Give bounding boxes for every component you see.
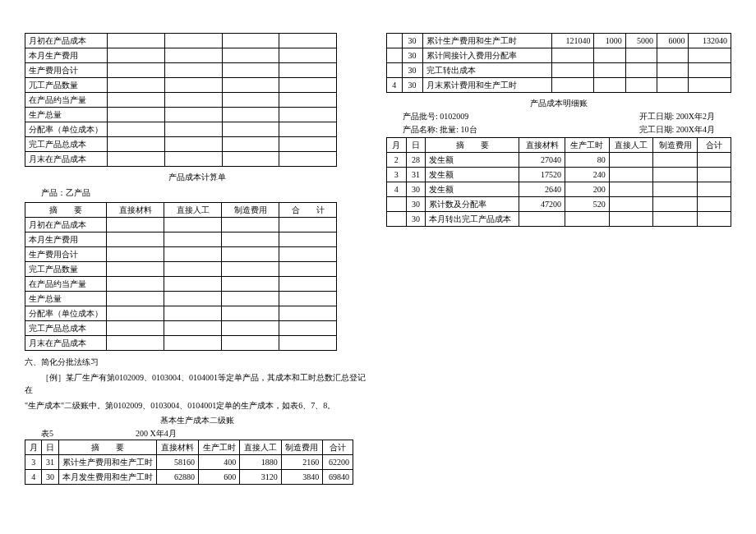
cell-hrs (594, 48, 625, 63)
cell-month (387, 63, 403, 78)
cell-mfg (653, 182, 698, 197)
col-header: 生产工时 (565, 138, 610, 153)
cell-tot: 69840 (323, 470, 353, 485)
cell-mfg (653, 168, 698, 182)
col-header: 日 (42, 440, 58, 455)
cell-hrs (565, 212, 610, 227)
col-header: 生产工时 (198, 440, 239, 455)
cell-month (387, 197, 407, 212)
cell-hrs: 600 (198, 470, 239, 485)
col-header: 合 计 (279, 203, 337, 218)
cell-mat: 27040 (519, 153, 565, 168)
name-label: 产品名称: 批量: 10台 (403, 124, 477, 136)
cell-tot (689, 48, 731, 63)
cell-tot: 62200 (323, 455, 353, 470)
cell-mfg (653, 153, 698, 168)
cell-lab (609, 153, 653, 168)
cell-mfg (653, 212, 698, 227)
row-label: 完工产品数量 (25, 262, 107, 277)
cell-month: 2 (387, 153, 407, 168)
cell-month: 4 (25, 470, 42, 485)
row-label: 完工产品总成本 (25, 321, 107, 336)
cell-month: 4 (387, 182, 407, 197)
col-header: 制造费用 (653, 138, 698, 153)
cell-mat (551, 78, 594, 93)
cell-desc: 累计间接计入费用分配率 (422, 48, 551, 63)
col-header: 摘 要 (25, 203, 107, 218)
row-label: 月末在产品成本 (25, 152, 108, 167)
row-label: 生产费用合计 (25, 63, 108, 78)
cell-month: 3 (387, 168, 407, 182)
cell-lab (609, 212, 653, 227)
cell-day: 30 (42, 470, 58, 485)
table5-label: 表5 (41, 428, 53, 440)
cell-mfg (657, 63, 689, 78)
row-label: 月初在产品成本 (25, 218, 107, 232)
cell-mfg (657, 78, 689, 93)
detail-table: 月日摘 要直接材料生产工时直接人工制造费用合计 228发生额2704080331… (386, 137, 731, 227)
cell-hrs: 400 (198, 455, 239, 470)
row-label: 生产总量 (25, 108, 108, 122)
cell-day: 30 (406, 212, 426, 227)
cell-desc: 累计数及分配率 (426, 197, 519, 212)
cell-hrs: 80 (565, 153, 610, 168)
col-header: 直接人工 (240, 440, 281, 455)
cell-tot (689, 63, 731, 78)
cell-day: 28 (406, 153, 426, 168)
cell-hrs (594, 63, 625, 78)
row-label: 兀工产品数量 (25, 78, 108, 93)
cell-day: 30 (402, 78, 422, 93)
row-label: 分配率（单位成本） (25, 122, 108, 137)
cell-hrs: 520 (565, 197, 610, 212)
calc-table: 摘 要直接材料直接人工制造费用合 计 月初在产品成本本月生产费用生产费用合计完工… (25, 202, 337, 351)
col-header: 直接材料 (107, 203, 164, 218)
cell-mat: 17520 (519, 168, 565, 182)
cell-lab (625, 63, 657, 78)
cell-mat: 121040 (551, 34, 594, 48)
col-header: 月 (25, 440, 42, 455)
col-header: 直接材料 (519, 138, 565, 153)
cell-month: 3 (25, 455, 42, 470)
cell-day: 31 (406, 168, 426, 182)
ledger-table: 月日摘 要直接材料生产工时直接人工制造费用合计 331累计生产费用和生产工时58… (25, 440, 353, 485)
cell-month: 4 (387, 78, 403, 93)
cell-tot (698, 212, 731, 227)
cell-day: 31 (42, 455, 58, 470)
cell-mat: 47200 (519, 197, 565, 212)
cell-hrs: 200 (565, 182, 610, 197)
start-label: 开工日期: 200X年2月 (639, 111, 716, 122)
top-continuation-table: 30累计生产费用和生产工时12104010005000600013204030累… (386, 33, 731, 93)
cell-mfg: 6000 (657, 34, 689, 48)
row-label: 生产总量 (25, 292, 107, 306)
cell-desc: 发生额 (426, 182, 519, 197)
batch-label: 产品批号: 0102009 (403, 111, 468, 122)
cell-day: 30 (402, 34, 422, 48)
cell-day: 30 (406, 197, 426, 212)
cell-hrs (594, 78, 625, 93)
col-header: 摘 要 (426, 138, 519, 153)
cell-tot (698, 182, 731, 197)
row-label: 在产品约当产量 (25, 277, 107, 292)
cell-mfg: 3840 (281, 470, 322, 485)
detail-title: 产品成本明细账 (386, 98, 731, 109)
cell-lab: 3120 (240, 470, 281, 485)
row-label: 月末在产品成本 (25, 336, 107, 351)
row-label: 本月生产费用 (25, 48, 108, 63)
col-header: 制造费用 (222, 203, 279, 218)
cell-mfg (653, 197, 698, 212)
cell-lab: 1880 (240, 455, 281, 470)
cell-tot (698, 197, 731, 212)
cell-day: 30 (402, 63, 422, 78)
col-header: 日 (406, 138, 426, 153)
example-line2: "生产成本"二级账中。第0102009、0103004、0104001定单的生产… (25, 399, 370, 412)
cell-mat: 58160 (156, 455, 198, 470)
row-label: 在产品约当产量 (25, 93, 108, 108)
col-header: 直接材料 (156, 440, 198, 455)
cell-mat: 2640 (519, 182, 565, 197)
cell-hrs: 240 (565, 168, 610, 182)
row-label: 完工产品总成本 (25, 137, 108, 152)
cell-tot (698, 168, 731, 182)
cell-hrs: 1000 (594, 34, 625, 48)
row-label: 分配率（单位成本） (25, 306, 107, 321)
cell-mat (551, 48, 594, 63)
